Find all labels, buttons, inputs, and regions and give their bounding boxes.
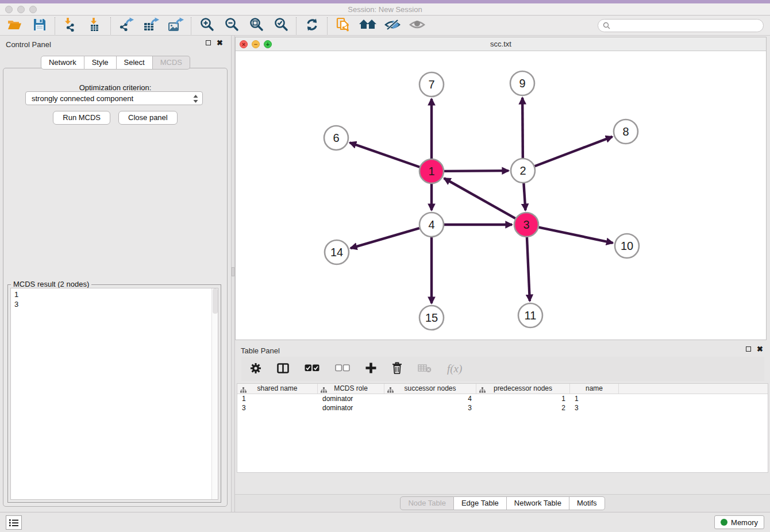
float-table-panel-icon[interactable] (746, 346, 751, 352)
toolbar-separator (191, 17, 191, 34)
import-table-button[interactable] (83, 17, 107, 35)
zoom-out-button[interactable] (219, 17, 244, 35)
tab-mcds[interactable]: MCDS (153, 56, 190, 70)
control-panel-tabs: NetworkStyleSelectMCDS (0, 56, 231, 70)
cell-successor-nodes[interactable]: 3 (384, 403, 476, 413)
search-box[interactable] (598, 19, 764, 32)
tab-network[interactable]: Network (41, 56, 84, 70)
refresh-view-icon (304, 17, 320, 34)
tab-network-table[interactable]: Network Table (507, 496, 569, 510)
cell-shared-name[interactable]: 3 (237, 403, 318, 413)
float-panel-icon[interactable] (206, 40, 211, 45)
export-table-button[interactable] (138, 17, 163, 35)
cell-name[interactable]: 1 (570, 394, 619, 403)
tab-node-table[interactable]: Node Table (400, 496, 454, 510)
run-mcds-button[interactable]: Run MCDS (53, 111, 110, 125)
column-header-name[interactable]: name (570, 384, 619, 394)
open-session-button[interactable] (2, 17, 27, 35)
vertical-splitter[interactable] (231, 36, 235, 512)
hide-details-button[interactable] (380, 17, 405, 35)
node-label-15: 15 (425, 311, 438, 324)
tab-select[interactable]: Select (117, 56, 153, 70)
search-input[interactable] (613, 22, 763, 30)
zoom-selected-button[interactable] (268, 17, 293, 35)
cell-predecessor-nodes[interactable]: 2 (476, 403, 570, 413)
deselect-all-columns-button[interactable] (335, 360, 350, 377)
node-table[interactable]: shared nameMCDS rolesuccessor nodesprede… (237, 383, 768, 473)
show-details-button[interactable] (405, 17, 429, 35)
cell-MCDS-role[interactable]: dominator (318, 403, 384, 413)
import-network-button[interactable] (58, 17, 83, 35)
export-image-button[interactable] (163, 17, 188, 35)
cell-shared-name[interactable]: 1 (237, 394, 318, 403)
edge-4-14[interactable] (351, 228, 419, 248)
control-panel-title: Control Panel (6, 40, 51, 49)
create-column-button[interactable] (365, 360, 376, 377)
save-session-button[interactable] (27, 17, 52, 35)
toolbar-separator (110, 17, 111, 34)
table-row[interactable]: 3dominator323 (237, 403, 768, 413)
edge-3-1[interactable] (444, 178, 515, 218)
share-document-button[interactable] (330, 17, 355, 35)
criterion-select[interactable]: strongly connected component (25, 91, 203, 105)
create-column-icon (365, 363, 376, 375)
edge-1-6[interactable] (350, 142, 420, 167)
tab-motifs[interactable]: Motifs (569, 496, 605, 510)
node-label-9: 9 (519, 77, 525, 90)
result-scrollbar[interactable] (211, 288, 218, 499)
refresh-view-button[interactable] (299, 17, 324, 35)
node-label-3: 3 (523, 218, 529, 231)
control-panel: Control Panel ✖ NetworkStyleSelectMCDS O… (0, 36, 231, 512)
edge-2-9[interactable] (522, 98, 523, 158)
cell-MCDS-role[interactable]: dominator (318, 394, 384, 403)
memory-button[interactable]: Memory (714, 515, 764, 529)
cell-name[interactable]: 3 (570, 403, 619, 413)
delete-table-icon (418, 364, 432, 375)
close-panel-button[interactable]: Close panel (118, 111, 178, 125)
delete-columns-button[interactable] (392, 360, 402, 377)
memory-status-icon (721, 519, 727, 526)
mcds-result-list[interactable]: 1 3 (10, 288, 218, 500)
table-row[interactable]: 1dominator411 (237, 394, 768, 403)
tab-style[interactable]: Style (84, 56, 117, 70)
control-panel-header: Control Panel ✖ (0, 36, 231, 52)
zoom-fit-button[interactable] (244, 17, 268, 35)
search-icon (603, 22, 610, 29)
edge-3-11[interactable] (527, 237, 530, 301)
first-neighbors-button[interactable] (355, 17, 380, 35)
edge-2-3[interactable] (523, 183, 525, 210)
zoom-in-icon (199, 17, 215, 34)
task-history-button[interactable] (6, 515, 22, 530)
table-settings-button[interactable] (250, 360, 261, 377)
select-all-columns-button[interactable] (305, 360, 319, 377)
network-graph[interactable]: 7968124314101511 (236, 52, 766, 340)
toggle-column-view-button[interactable] (277, 360, 289, 377)
node-label-6: 6 (333, 132, 339, 144)
list-icon (9, 519, 18, 527)
edge-3-10[interactable] (539, 228, 613, 243)
tab-edge-table[interactable]: Edge Table (454, 496, 507, 510)
export-network-button[interactable] (114, 17, 138, 35)
cell-predecessor-nodes[interactable]: 1 (476, 394, 570, 403)
splitter-grip[interactable] (232, 267, 234, 276)
import-table-icon (87, 17, 103, 34)
network-canvas[interactable]: 7968124314101511 (236, 52, 766, 340)
column-header-successor-nodes[interactable]: successor nodes (384, 384, 476, 394)
delete-columns-icon (392, 362, 402, 376)
cell-successor-nodes[interactable]: 4 (384, 394, 476, 403)
mcds-panel: Optimization criterion: strongly connect… (3, 68, 228, 507)
edge-2-8[interactable] (535, 137, 613, 166)
delete-table-button (418, 360, 432, 377)
column-header-MCDS-role[interactable]: MCDS role (318, 384, 384, 394)
column-header-shared-name[interactable]: shared name (237, 384, 318, 394)
zoom-in-button[interactable] (194, 17, 219, 35)
edge-1-2[interactable] (444, 171, 509, 171)
network-view-title: scc.txt (236, 40, 766, 48)
export-table-icon (143, 17, 160, 34)
node-label-14: 14 (330, 246, 343, 259)
network-window-titlebar[interactable]: × − + scc.txt (236, 37, 766, 51)
close-panel-icon[interactable]: ✖ (217, 40, 223, 45)
close-table-panel-icon[interactable]: ✖ (757, 346, 763, 352)
column-header-predecessor-nodes[interactable]: predecessor nodes (476, 384, 570, 394)
deselect-all-columns-icon (335, 364, 350, 373)
